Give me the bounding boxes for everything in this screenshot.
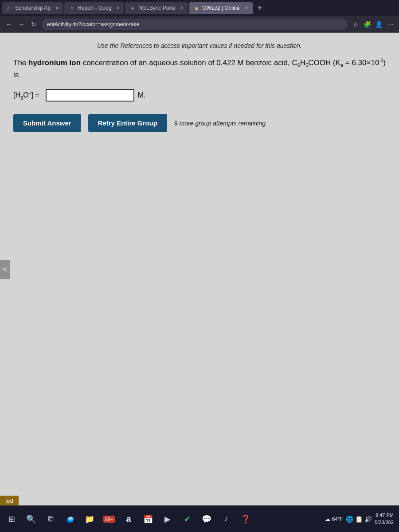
tab-report-label: Report - Goog [78,5,111,11]
tab-scholarship-label: Scholarship Ap [15,5,51,11]
menu-icon[interactable]: ⋯ [386,20,395,29]
volume-tray-icon[interactable]: 🔊 [364,516,372,523]
address-bar: ← → ↻ ☆ 🧩 👤 ⋯ [0,16,399,33]
clipboard-tray-icon[interactable]: 📋 [355,516,363,523]
tab-owlv2-label: OWLv2 | Online [202,5,239,11]
add-tab-button[interactable]: + [254,2,266,14]
address-actions: ☆ 🧩 👤 ⋯ [351,20,395,29]
bottom-label: ted [0,496,19,506]
answer-input[interactable] [46,89,134,102]
tray-icons: 🌐 📋 🔊 [346,516,372,523]
badge-99-icon[interactable]: 99+ [100,510,118,528]
media-icon[interactable]: ▶ [159,510,176,528]
tab-nglsync-label: NGLSync Porta [138,5,175,11]
extension-icon[interactable]: 🧩 [363,20,372,29]
system-clock[interactable]: 9:47 PM 5/28/202 [375,512,394,526]
browser-content: < Use the References to access important… [0,33,399,506]
page-content: Use the References to access important v… [0,33,399,506]
edge-icon[interactable] [61,510,79,528]
weather-temp: 64°F [332,516,343,522]
clock-date: 5/28/202 [375,519,394,526]
check-icon[interactable]: ✔ [178,510,196,528]
calendar-icon[interactable]: 📅 [139,510,157,528]
weather-widget[interactable]: ☁ 64°F [325,516,343,522]
left-nav-arrow[interactable]: < [0,260,10,279]
tab-nglsync[interactable]: ✦ NGLSync Porta ✕ [125,2,188,14]
answer-unit: M. [138,91,146,99]
references-note: Use the References to access important v… [13,42,386,49]
help-circle-icon[interactable]: ❓ [237,510,254,528]
question-bold: hydronium ion [28,59,81,67]
task-view-icon[interactable]: ⧉ [42,510,59,528]
tab-owlv2[interactable]: 🦉 OWLv2 | Online ✕ [189,2,252,14]
submit-answer-button[interactable]: Submit Answer [13,114,81,132]
attempts-remaining-text: 9 more group attempts remaining [174,120,266,127]
nav-back-icon[interactable]: ← [4,20,13,29]
tab-report-close[interactable]: ✕ [116,5,120,11]
tab-bar: 🎓 Scholarship Ap ✕ ≡ Report - Goog ✕ ✦ N… [0,0,399,16]
taskbar: ⊞ 🔍 ⧉ 📁 99+ a 📅 ▶ ✔ 💬 ♪ ❓ ☁ 64°F 🌐 📋 🔊 9… [0,505,399,532]
retry-entire-group-button[interactable]: Retry Entire Group [88,114,167,132]
system-tray: ☁ 64°F 🌐 📋 🔊 9:47 PM 5/28/202 [325,512,396,526]
nav-forward-icon[interactable]: → [17,20,26,29]
text-a-icon[interactable]: a [120,510,137,528]
music-note-icon[interactable]: ♪ [217,510,235,528]
address-input[interactable] [42,19,348,30]
answer-label: [H3O+] = [13,91,39,101]
network-tray-icon[interactable]: 🌐 [346,516,353,523]
svg-point-2 [68,517,72,520]
question-text: The hydronium ion concentration of an aq… [13,57,386,80]
clock-time: 9:47 PM [375,512,394,519]
browser-chrome: 🎓 Scholarship Ap ✕ ≡ Report - Goog ✕ ✦ N… [0,0,399,33]
tab-owlv2-close[interactable]: ✕ [244,5,248,11]
report-favicon: ≡ [69,5,75,11]
bookmark-icon[interactable]: ☆ [351,20,360,29]
folder-taskbar-icon[interactable]: 📁 [81,510,98,528]
start-button[interactable]: ⊞ [3,510,20,528]
search-taskbar-icon[interactable]: 🔍 [22,510,40,528]
tab-report[interactable]: ≡ Report - Goog ✕ [64,2,124,14]
answer-row: [H3O+] = M. [13,89,386,102]
owlv2-favicon: 🦉 [193,5,200,11]
button-row: Submit Answer Retry Entire Group 9 more … [13,114,386,132]
tab-nglsync-close[interactable]: ✕ [180,5,184,11]
scholarship-favicon: 🎓 [6,5,12,11]
profile-icon[interactable]: 👤 [374,20,383,29]
nglsync-favicon: ✦ [129,5,136,11]
chat-icon[interactable]: 💬 [198,510,215,528]
tab-scholarship[interactable]: 🎓 Scholarship Ap ✕ [2,2,63,14]
nav-refresh-icon[interactable]: ↻ [29,20,38,29]
tab-scholarship-close[interactable]: ✕ [55,5,59,11]
weather-icon: ☁ [325,516,330,522]
